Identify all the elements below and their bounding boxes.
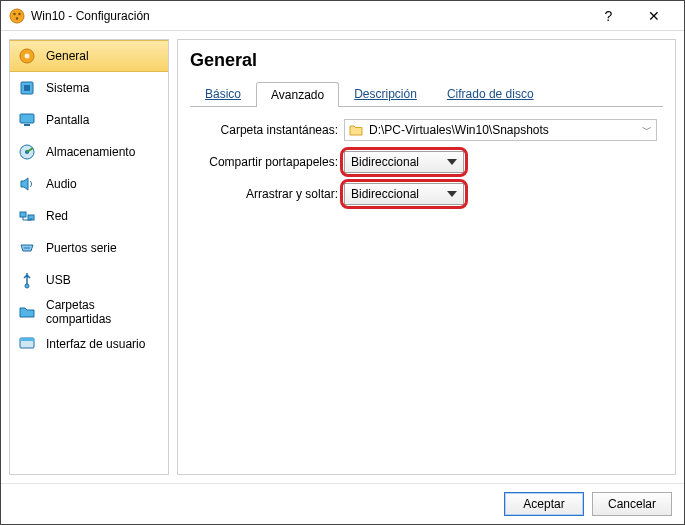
svg-point-0 — [10, 9, 24, 23]
titlebar: Win10 - Configuración ? ✕ — [1, 1, 684, 31]
sidebar-item-pantalla[interactable]: Pantalla — [10, 104, 168, 136]
settings-sidebar: General Sistema Pantalla Almacenamiento … — [9, 39, 169, 475]
snapshot-folder-label: Carpeta instantáneas: — [196, 123, 344, 137]
serial-icon — [18, 239, 36, 257]
folder-icon — [18, 303, 36, 321]
dialog-footer: Aceptar Cancelar — [1, 483, 684, 524]
tab-cifrado-de-disco[interactable]: Cifrado de disco — [432, 81, 549, 106]
sidebar-item-label: Puertos serie — [46, 241, 117, 255]
sidebar-item-almacenamiento[interactable]: Almacenamiento — [10, 136, 168, 168]
sidebar-item-label: USB — [46, 273, 71, 287]
sidebar-item-carpetas-compartidas[interactable]: Carpetas compartidas — [10, 296, 168, 328]
svg-point-16 — [28, 247, 30, 249]
network-icon — [18, 207, 36, 225]
sidebar-item-usb[interactable]: USB — [10, 264, 168, 296]
tab-descripcion[interactable]: Descripción — [339, 81, 432, 106]
svg-point-17 — [25, 284, 29, 288]
tabs: Básico Avanzado Descripción Cifrado de d… — [190, 81, 663, 107]
ui-icon — [18, 335, 36, 353]
svg-rect-8 — [20, 114, 34, 123]
svg-point-2 — [18, 12, 20, 14]
svg-point-5 — [25, 54, 30, 59]
window-title: Win10 - Configuración — [31, 9, 586, 23]
svg-rect-7 — [24, 85, 30, 91]
cancel-button[interactable]: Cancelar — [592, 492, 672, 516]
chevron-down-icon: ﹀ — [642, 123, 652, 137]
sidebar-item-label: Almacenamiento — [46, 145, 135, 159]
close-button[interactable]: ✕ — [631, 1, 676, 31]
main-panel: General Básico Avanzado Descripción Cifr… — [177, 39, 676, 475]
display-icon — [18, 111, 36, 129]
sidebar-item-label: General — [46, 49, 89, 63]
chip-icon — [18, 79, 36, 97]
sidebar-item-general[interactable]: General — [10, 40, 168, 72]
snapshot-folder-value: D:\PC-Virtuales\Win10\Snapshots — [369, 123, 636, 137]
dragdrop-label: Arrastrar y soltar: — [196, 187, 344, 201]
gear-icon — [18, 47, 36, 65]
accept-button[interactable]: Aceptar — [504, 492, 584, 516]
svg-point-15 — [26, 247, 28, 249]
page-title: General — [190, 50, 663, 71]
tab-avanzado[interactable]: Avanzado — [256, 82, 339, 107]
clipboard-select[interactable]: Bidireccional — [344, 151, 464, 173]
sidebar-item-label: Pantalla — [46, 113, 89, 127]
sidebar-item-label: Sistema — [46, 81, 89, 95]
form-advanced: Carpeta instantáneas: D:\PC-Virtuales\Wi… — [190, 107, 663, 227]
snapshot-folder-dropdown[interactable]: D:\PC-Virtuales\Win10\Snapshots ﹀ — [344, 119, 657, 141]
tab-basico[interactable]: Básico — [190, 81, 256, 106]
speaker-icon — [18, 175, 36, 193]
svg-rect-19 — [20, 338, 34, 341]
svg-rect-12 — [20, 212, 26, 217]
dragdrop-value: Bidireccional — [351, 187, 419, 201]
sidebar-item-interfaz[interactable]: Interfaz de usuario — [10, 328, 168, 360]
chevron-down-icon — [447, 191, 457, 197]
chevron-down-icon — [447, 159, 457, 165]
sidebar-item-label: Audio — [46, 177, 77, 191]
sidebar-item-puertos-serie[interactable]: Puertos serie — [10, 232, 168, 264]
sidebar-item-label: Carpetas compartidas — [46, 298, 160, 326]
sidebar-item-label: Interfaz de usuario — [46, 337, 145, 351]
usb-icon — [18, 271, 36, 289]
folder-icon — [349, 124, 363, 136]
svg-point-3 — [16, 17, 18, 19]
app-icon — [9, 8, 25, 24]
svg-point-14 — [24, 247, 26, 249]
disk-icon — [18, 143, 36, 161]
sidebar-item-label: Red — [46, 209, 68, 223]
help-button[interactable]: ? — [586, 1, 631, 31]
svg-rect-9 — [24, 124, 30, 126]
dragdrop-select[interactable]: Bidireccional — [344, 183, 464, 205]
svg-point-1 — [13, 12, 15, 14]
clipboard-label: Compartir portapapeles: — [196, 155, 344, 169]
sidebar-item-audio[interactable]: Audio — [10, 168, 168, 200]
sidebar-item-sistema[interactable]: Sistema — [10, 72, 168, 104]
clipboard-value: Bidireccional — [351, 155, 419, 169]
sidebar-item-red[interactable]: Red — [10, 200, 168, 232]
